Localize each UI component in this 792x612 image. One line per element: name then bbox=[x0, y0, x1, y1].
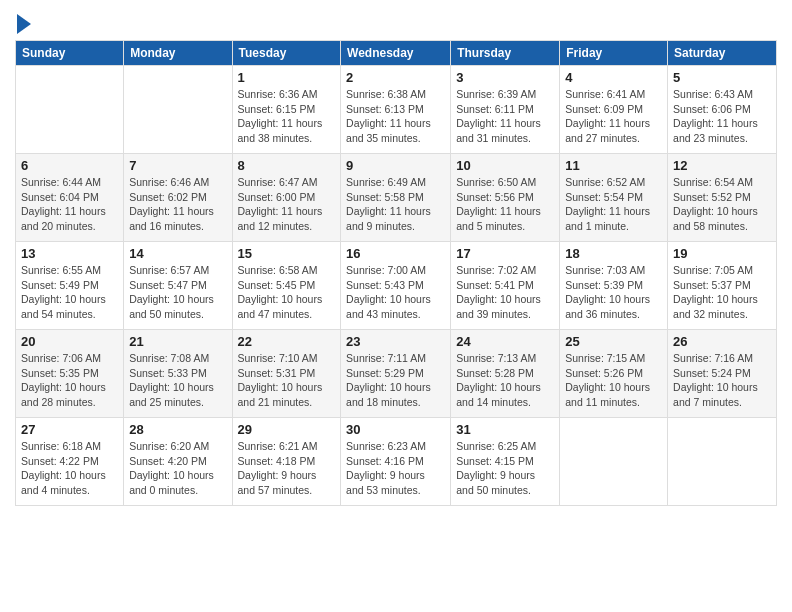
day-info: Sunrise: 6:47 AM Sunset: 6:00 PM Dayligh… bbox=[238, 175, 336, 234]
calendar-week-row: 20Sunrise: 7:06 AM Sunset: 5:35 PM Dayli… bbox=[16, 330, 777, 418]
calendar-day-cell: 1Sunrise: 6:36 AM Sunset: 6:15 PM Daylig… bbox=[232, 66, 341, 154]
day-number: 1 bbox=[238, 70, 336, 85]
day-info: Sunrise: 7:06 AM Sunset: 5:35 PM Dayligh… bbox=[21, 351, 118, 410]
calendar-day-cell: 22Sunrise: 7:10 AM Sunset: 5:31 PM Dayli… bbox=[232, 330, 341, 418]
day-number: 19 bbox=[673, 246, 771, 261]
calendar-day-cell: 11Sunrise: 6:52 AM Sunset: 5:54 PM Dayli… bbox=[560, 154, 668, 242]
day-number: 28 bbox=[129, 422, 226, 437]
day-number: 31 bbox=[456, 422, 554, 437]
day-number: 26 bbox=[673, 334, 771, 349]
calendar-day-cell: 8Sunrise: 6:47 AM Sunset: 6:00 PM Daylig… bbox=[232, 154, 341, 242]
calendar-day-cell: 24Sunrise: 7:13 AM Sunset: 5:28 PM Dayli… bbox=[451, 330, 560, 418]
calendar-empty-cell bbox=[668, 418, 777, 506]
day-info: Sunrise: 6:23 AM Sunset: 4:16 PM Dayligh… bbox=[346, 439, 445, 498]
calendar-table: SundayMondayTuesdayWednesdayThursdayFrid… bbox=[15, 40, 777, 506]
calendar-day-cell: 5Sunrise: 6:43 AM Sunset: 6:06 PM Daylig… bbox=[668, 66, 777, 154]
day-info: Sunrise: 7:02 AM Sunset: 5:41 PM Dayligh… bbox=[456, 263, 554, 322]
calendar-day-cell: 18Sunrise: 7:03 AM Sunset: 5:39 PM Dayli… bbox=[560, 242, 668, 330]
day-number: 22 bbox=[238, 334, 336, 349]
page-header bbox=[15, 10, 777, 34]
day-number: 2 bbox=[346, 70, 445, 85]
day-number: 30 bbox=[346, 422, 445, 437]
calendar-day-cell: 29Sunrise: 6:21 AM Sunset: 4:18 PM Dayli… bbox=[232, 418, 341, 506]
column-header-tuesday: Tuesday bbox=[232, 41, 341, 66]
day-info: Sunrise: 6:46 AM Sunset: 6:02 PM Dayligh… bbox=[129, 175, 226, 234]
column-header-wednesday: Wednesday bbox=[341, 41, 451, 66]
calendar-day-cell: 13Sunrise: 6:55 AM Sunset: 5:49 PM Dayli… bbox=[16, 242, 124, 330]
calendar-day-cell: 14Sunrise: 6:57 AM Sunset: 5:47 PM Dayli… bbox=[124, 242, 232, 330]
column-header-monday: Monday bbox=[124, 41, 232, 66]
day-info: Sunrise: 6:39 AM Sunset: 6:11 PM Dayligh… bbox=[456, 87, 554, 146]
logo bbox=[15, 16, 31, 34]
day-info: Sunrise: 7:13 AM Sunset: 5:28 PM Dayligh… bbox=[456, 351, 554, 410]
calendar-day-cell: 31Sunrise: 6:25 AM Sunset: 4:15 PM Dayli… bbox=[451, 418, 560, 506]
calendar-empty-cell bbox=[16, 66, 124, 154]
day-number: 7 bbox=[129, 158, 226, 173]
calendar-day-cell: 15Sunrise: 6:58 AM Sunset: 5:45 PM Dayli… bbox=[232, 242, 341, 330]
day-info: Sunrise: 6:18 AM Sunset: 4:22 PM Dayligh… bbox=[21, 439, 118, 498]
day-number: 20 bbox=[21, 334, 118, 349]
calendar-header-row: SundayMondayTuesdayWednesdayThursdayFrid… bbox=[16, 41, 777, 66]
day-number: 4 bbox=[565, 70, 662, 85]
calendar-day-cell: 30Sunrise: 6:23 AM Sunset: 4:16 PM Dayli… bbox=[341, 418, 451, 506]
day-number: 27 bbox=[21, 422, 118, 437]
day-number: 9 bbox=[346, 158, 445, 173]
column-header-sunday: Sunday bbox=[16, 41, 124, 66]
calendar-day-cell: 9Sunrise: 6:49 AM Sunset: 5:58 PM Daylig… bbox=[341, 154, 451, 242]
column-header-saturday: Saturday bbox=[668, 41, 777, 66]
calendar-day-cell: 3Sunrise: 6:39 AM Sunset: 6:11 PM Daylig… bbox=[451, 66, 560, 154]
day-info: Sunrise: 7:03 AM Sunset: 5:39 PM Dayligh… bbox=[565, 263, 662, 322]
day-info: Sunrise: 6:44 AM Sunset: 6:04 PM Dayligh… bbox=[21, 175, 118, 234]
calendar-empty-cell bbox=[560, 418, 668, 506]
day-info: Sunrise: 7:05 AM Sunset: 5:37 PM Dayligh… bbox=[673, 263, 771, 322]
day-info: Sunrise: 7:08 AM Sunset: 5:33 PM Dayligh… bbox=[129, 351, 226, 410]
day-info: Sunrise: 6:41 AM Sunset: 6:09 PM Dayligh… bbox=[565, 87, 662, 146]
calendar-day-cell: 26Sunrise: 7:16 AM Sunset: 5:24 PM Dayli… bbox=[668, 330, 777, 418]
day-info: Sunrise: 6:43 AM Sunset: 6:06 PM Dayligh… bbox=[673, 87, 771, 146]
day-number: 21 bbox=[129, 334, 226, 349]
calendar-day-cell: 21Sunrise: 7:08 AM Sunset: 5:33 PM Dayli… bbox=[124, 330, 232, 418]
day-number: 10 bbox=[456, 158, 554, 173]
calendar-day-cell: 7Sunrise: 6:46 AM Sunset: 6:02 PM Daylig… bbox=[124, 154, 232, 242]
day-number: 17 bbox=[456, 246, 554, 261]
calendar-week-row: 13Sunrise: 6:55 AM Sunset: 5:49 PM Dayli… bbox=[16, 242, 777, 330]
calendar-day-cell: 6Sunrise: 6:44 AM Sunset: 6:04 PM Daylig… bbox=[16, 154, 124, 242]
calendar-day-cell: 19Sunrise: 7:05 AM Sunset: 5:37 PM Dayli… bbox=[668, 242, 777, 330]
calendar-day-cell: 27Sunrise: 6:18 AM Sunset: 4:22 PM Dayli… bbox=[16, 418, 124, 506]
calendar-day-cell: 16Sunrise: 7:00 AM Sunset: 5:43 PM Dayli… bbox=[341, 242, 451, 330]
day-info: Sunrise: 6:57 AM Sunset: 5:47 PM Dayligh… bbox=[129, 263, 226, 322]
day-info: Sunrise: 7:16 AM Sunset: 5:24 PM Dayligh… bbox=[673, 351, 771, 410]
day-info: Sunrise: 6:49 AM Sunset: 5:58 PM Dayligh… bbox=[346, 175, 445, 234]
day-info: Sunrise: 7:11 AM Sunset: 5:29 PM Dayligh… bbox=[346, 351, 445, 410]
calendar-day-cell: 4Sunrise: 6:41 AM Sunset: 6:09 PM Daylig… bbox=[560, 66, 668, 154]
column-header-thursday: Thursday bbox=[451, 41, 560, 66]
day-number: 6 bbox=[21, 158, 118, 173]
day-number: 23 bbox=[346, 334, 445, 349]
day-info: Sunrise: 6:52 AM Sunset: 5:54 PM Dayligh… bbox=[565, 175, 662, 234]
day-number: 15 bbox=[238, 246, 336, 261]
day-number: 5 bbox=[673, 70, 771, 85]
day-number: 29 bbox=[238, 422, 336, 437]
day-info: Sunrise: 6:36 AM Sunset: 6:15 PM Dayligh… bbox=[238, 87, 336, 146]
day-info: Sunrise: 6:38 AM Sunset: 6:13 PM Dayligh… bbox=[346, 87, 445, 146]
day-info: Sunrise: 6:55 AM Sunset: 5:49 PM Dayligh… bbox=[21, 263, 118, 322]
calendar-day-cell: 25Sunrise: 7:15 AM Sunset: 5:26 PM Dayli… bbox=[560, 330, 668, 418]
calendar-day-cell: 20Sunrise: 7:06 AM Sunset: 5:35 PM Dayli… bbox=[16, 330, 124, 418]
day-number: 11 bbox=[565, 158, 662, 173]
calendar-day-cell: 10Sunrise: 6:50 AM Sunset: 5:56 PM Dayli… bbox=[451, 154, 560, 242]
day-info: Sunrise: 6:50 AM Sunset: 5:56 PM Dayligh… bbox=[456, 175, 554, 234]
calendar-day-cell: 17Sunrise: 7:02 AM Sunset: 5:41 PM Dayli… bbox=[451, 242, 560, 330]
day-number: 3 bbox=[456, 70, 554, 85]
day-number: 16 bbox=[346, 246, 445, 261]
calendar-week-row: 1Sunrise: 6:36 AM Sunset: 6:15 PM Daylig… bbox=[16, 66, 777, 154]
day-info: Sunrise: 7:15 AM Sunset: 5:26 PM Dayligh… bbox=[565, 351, 662, 410]
day-info: Sunrise: 6:58 AM Sunset: 5:45 PM Dayligh… bbox=[238, 263, 336, 322]
day-number: 13 bbox=[21, 246, 118, 261]
day-number: 18 bbox=[565, 246, 662, 261]
calendar-week-row: 6Sunrise: 6:44 AM Sunset: 6:04 PM Daylig… bbox=[16, 154, 777, 242]
day-info: Sunrise: 6:20 AM Sunset: 4:20 PM Dayligh… bbox=[129, 439, 226, 498]
day-info: Sunrise: 7:10 AM Sunset: 5:31 PM Dayligh… bbox=[238, 351, 336, 410]
day-number: 14 bbox=[129, 246, 226, 261]
day-number: 24 bbox=[456, 334, 554, 349]
column-header-friday: Friday bbox=[560, 41, 668, 66]
